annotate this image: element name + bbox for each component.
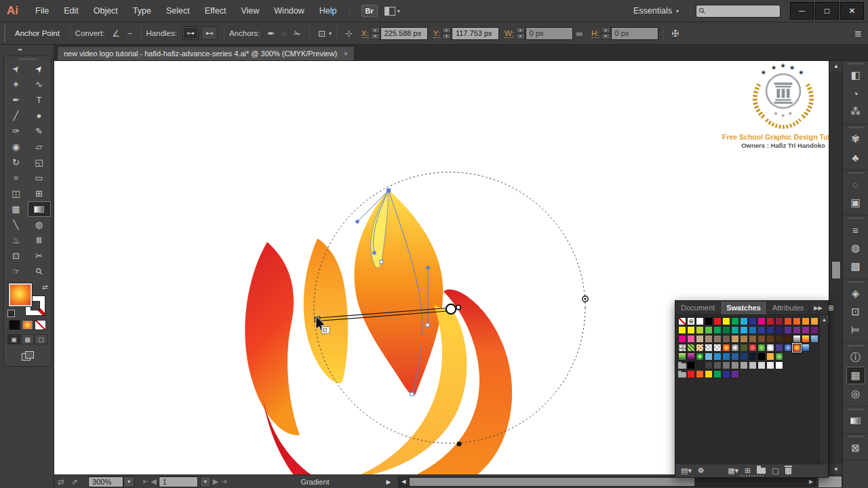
blob-brush-tool[interactable]: ◉ [5,139,28,155]
swatch[interactable] [757,352,766,361]
swatch[interactable] [793,335,801,343]
rotate-tool[interactable]: ↻ [5,155,28,170]
panel-gripper[interactable] [848,436,863,437]
w-field[interactable]: 0 px [526,27,573,40]
swatch[interactable] [766,361,774,369]
swatch[interactable] [705,352,713,361]
isolate-selection-icon[interactable]: ⊡ [318,28,326,39]
swatch[interactable] [722,326,730,334]
swatch[interactable] [731,335,739,343]
panel-gripper[interactable] [4,25,5,41]
symbol-sprayer-tool[interactable]: ♨ [5,232,28,248]
swatch[interactable] [749,326,757,334]
transparency-panel-icon[interactable]: ◍ [846,239,865,257]
swatch[interactable] [740,344,748,352]
swatch[interactable] [705,344,713,352]
remove-anchor-icon[interactable]: ✒ [267,28,275,39]
swatch[interactable] [775,361,783,369]
mesh-tool[interactable]: ▦ [5,201,28,217]
swatch[interactable] [740,335,748,343]
stepper-down-icon[interactable]: ▼ [442,33,451,39]
transform-icon[interactable]: ✠ [672,28,679,39]
blend-tool[interactable]: ◍ [28,217,51,232]
column-graph-tool[interactable]: Ⅲ [28,232,51,248]
ellipse-tool[interactable]: ● [28,108,51,123]
slice-tool[interactable]: ✂ [28,248,51,264]
tab-document[interactable]: Document [675,302,721,314]
swatch[interactable] [687,352,695,361]
swatch[interactable] [775,317,783,325]
status-display[interactable]: Gradient [248,478,383,486]
swatch[interactable] [740,352,748,361]
panel-menu-icon[interactable]: ≣ [828,304,834,312]
panel-gripper[interactable] [19,58,37,60]
y-field[interactable]: 117.753 px [452,27,499,40]
panel-gripper[interactable] [848,409,863,410]
swatch[interactable] [722,370,730,378]
hand-tool[interactable]: ☞ [5,264,28,279]
cut-path-icon[interactable]: ✁ [294,28,301,39]
w-stepper[interactable]: ▲▼ [516,27,525,39]
swatch[interactable] [705,370,713,378]
workspace-switcher[interactable]: Essentials ▾ [633,6,679,16]
lasso-tool[interactable]: ∿ [28,77,51,92]
swatch[interactable] [784,326,792,334]
swatch[interactable] [705,326,713,334]
swatch[interactable] [766,335,774,343]
width-tool[interactable]: ≈ [5,170,28,186]
reference-point-icon[interactable]: ⊹ [345,28,353,39]
convert-to-smooth-icon[interactable]: ⌢ [127,28,133,39]
panel-resize-gripper[interactable] [741,475,764,476]
symbols-panel-icon[interactable]: ♣ [846,148,865,166]
delete-swatch-button[interactable] [785,468,791,474]
artboard-number-field[interactable]: 1 [159,476,198,487]
swatch-selected[interactable] [793,344,801,352]
x-field[interactable]: 225.588 px [380,27,428,40]
swatch[interactable] [678,326,686,334]
h-stepper[interactable]: ▲▼ [601,27,610,39]
swatch[interactable] [757,326,766,334]
color-panel-icon[interactable]: ◧ [846,66,865,84]
swatches-panel-icon[interactable]: ▦ [846,367,865,384]
maximize-button[interactable]: □ [815,2,839,20]
scroll-down-icon[interactable]: ▼ [829,464,843,474]
swatch[interactable] [731,326,739,334]
y-stepper[interactable]: ▲▼ [442,27,451,39]
swatch[interactable] [810,326,818,334]
swatch[interactable] [687,335,695,343]
vertical-scroll-thumb[interactable] [831,261,841,279]
menu-edit[interactable]: Edit [64,6,79,16]
paintbrush-tool[interactable]: ✑ [5,123,28,139]
scroll-left-icon[interactable]: ◀ [399,477,408,487]
swatch-options-button[interactable]: ⊞ [745,466,751,475]
default-fill-stroke-icon[interactable] [7,310,15,317]
gradient-tool[interactable] [28,201,51,217]
gradient-panel-icon[interactable]: ◔ [846,85,865,102]
collapse-panel-icon[interactable]: ▶▶ [814,305,822,311]
gradient-chip[interactable] [22,320,33,330]
pathfinder-panel-icon[interactable]: ▩ [846,258,865,275]
swatch[interactable] [740,361,748,369]
direct-selection-tool[interactable]: ➤ [28,61,51,77]
previous-artboard-icon[interactable]: ◀ [151,477,156,486]
swatch[interactable] [740,317,748,325]
swatch[interactable] [696,335,704,343]
magic-wand-tool[interactable]: ✶ [5,77,28,92]
swatch[interactable] [731,361,739,369]
color-group-panel-icon[interactable]: ◎ [846,385,865,403]
document-info-panel-icon[interactable]: ⓘ [846,348,865,366]
color-guide-panel-icon[interactable]: ⁂ [846,103,865,121]
scroll-up-icon[interactable]: ▲ [829,61,843,71]
swatch[interactable] [802,326,810,334]
panel-gripper[interactable] [848,63,863,64]
panel-flyout-icon[interactable]: ≣ [854,28,862,39]
menu-window[interactable]: Window [274,6,304,16]
minimize-button[interactable]: ─ [790,2,814,20]
search-input[interactable] [707,7,775,15]
swatch[interactable] [713,317,722,325]
swatch[interactable] [713,326,722,334]
panel-gripper[interactable] [848,172,863,174]
status-menu-icon[interactable]: ▶ [387,479,391,485]
swatch[interactable] [722,361,730,369]
line-segment-tool[interactable]: ╱ [5,108,28,123]
